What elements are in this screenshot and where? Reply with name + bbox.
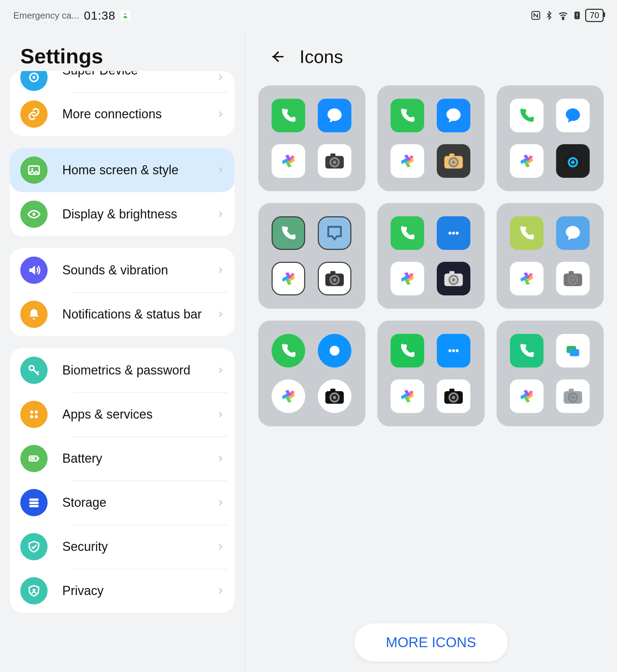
phone-app-icon xyxy=(272,99,305,132)
camera-app-icon xyxy=(556,144,590,178)
settings-row-biometrics[interactable]: Biometrics & password xyxy=(10,348,234,392)
chat-app-icon xyxy=(437,334,470,368)
phone-app-icon xyxy=(391,334,424,368)
settings-row-battery[interactable]: Battery xyxy=(10,436,234,481)
chevron-right-icon xyxy=(216,71,224,83)
svg-point-49 xyxy=(330,346,339,356)
icons-panel: Icons xyxy=(245,31,617,672)
settings-row-super-device[interactable]: Super Device xyxy=(10,71,234,92)
svg-point-14 xyxy=(35,415,38,418)
grid-icon xyxy=(20,401,48,428)
svg-point-54 xyxy=(449,349,451,352)
settings-row-more-connections[interactable]: More connections xyxy=(10,92,234,136)
gallery-app-icon xyxy=(272,144,305,178)
svg-rect-3 xyxy=(577,13,577,16)
settings-group: Sounds & vibration Notifications & statu… xyxy=(10,248,234,336)
emergency-call-label: Emergency ca... xyxy=(13,10,79,21)
svg-rect-46 xyxy=(569,271,574,274)
svg-point-53 xyxy=(333,396,337,399)
settings-row-label: Privacy xyxy=(62,583,104,598)
svg-point-56 xyxy=(456,349,459,352)
settings-row-sounds[interactable]: Sounds & vibration xyxy=(10,248,234,292)
settings-row-security[interactable]: Security xyxy=(10,525,234,569)
svg-point-37 xyxy=(333,278,337,282)
settings-row-label: Home screen & style xyxy=(62,162,178,177)
settings-group: Super Device More connections xyxy=(10,71,234,136)
icon-pack[interactable] xyxy=(258,321,365,426)
phone-app-icon xyxy=(391,216,424,250)
status-app-icon xyxy=(120,10,130,20)
settings-row-label: Biometrics & password xyxy=(62,363,190,378)
settings-row-notifications[interactable]: Notifications & status bar xyxy=(10,292,234,336)
icons-title: Icons xyxy=(300,46,343,67)
icon-pack[interactable] xyxy=(497,203,604,309)
svg-rect-17 xyxy=(30,457,35,460)
device-icon xyxy=(20,71,48,91)
more-icons-button[interactable]: MORE ICONS xyxy=(355,623,508,662)
chevron-right-icon xyxy=(216,208,224,220)
icon-pack[interactable] xyxy=(497,85,604,191)
gallery-app-icon xyxy=(391,379,424,413)
back-button[interactable] xyxy=(269,48,286,65)
phone-app-icon xyxy=(510,216,544,250)
svg-point-9 xyxy=(33,213,36,216)
chevron-right-icon xyxy=(216,364,224,376)
settings-panel: Settings Super Device More connections H… xyxy=(0,31,245,672)
status-bar: Emergency ca... 01:38 70 xyxy=(0,0,617,31)
chat-app-icon xyxy=(556,334,590,368)
chevron-right-icon xyxy=(216,585,224,597)
icon-pack[interactable] xyxy=(258,203,365,309)
key-icon xyxy=(20,357,48,384)
chevron-right-icon xyxy=(216,264,224,276)
settings-row-label: Super Device xyxy=(62,71,138,78)
icon-pack[interactable] xyxy=(497,321,604,426)
chat-app-icon xyxy=(437,99,470,132)
svg-point-11 xyxy=(30,411,33,414)
privacy-icon xyxy=(20,577,48,604)
chevron-right-icon xyxy=(216,408,224,420)
bell-icon xyxy=(20,301,48,328)
alert-icon xyxy=(573,10,582,21)
chevron-right-icon xyxy=(216,108,224,120)
svg-point-55 xyxy=(452,349,455,352)
camera-app-icon xyxy=(318,262,351,295)
settings-row-label: Sounds & vibration xyxy=(62,262,168,278)
svg-point-10 xyxy=(29,366,34,370)
phone-app-icon xyxy=(510,334,544,368)
settings-row-label: More connections xyxy=(62,106,162,121)
camera-app-icon xyxy=(556,262,590,295)
svg-point-40 xyxy=(456,232,459,234)
icon-pack[interactable] xyxy=(258,85,365,191)
phone-app-icon xyxy=(272,216,305,250)
chat-app-icon xyxy=(437,216,470,250)
icon-pack[interactable] xyxy=(377,321,484,426)
gallery-app-icon xyxy=(510,144,544,178)
svg-point-29 xyxy=(452,160,456,164)
svg-rect-4 xyxy=(577,17,577,18)
svg-point-33 xyxy=(571,160,575,164)
phone-app-icon xyxy=(510,99,544,132)
eye-icon xyxy=(20,201,48,228)
icon-pack[interactable] xyxy=(377,85,484,191)
svg-rect-42 xyxy=(449,271,454,274)
settings-row-storage[interactable]: Storage xyxy=(10,481,234,525)
bluetooth-icon xyxy=(545,10,554,21)
status-time: 01:38 xyxy=(84,9,115,22)
settings-row-apps[interactable]: Apps & services xyxy=(10,392,234,436)
settings-row-privacy[interactable]: Privacy xyxy=(10,569,234,613)
svg-point-21 xyxy=(33,589,35,592)
chat-app-icon xyxy=(556,99,590,132)
chat-app-icon xyxy=(318,99,351,132)
icon-pack[interactable] xyxy=(377,203,484,309)
svg-rect-23 xyxy=(330,153,335,157)
svg-point-25 xyxy=(333,160,337,164)
settings-row-home-style[interactable]: Home screen & style xyxy=(10,148,234,192)
svg-rect-18 xyxy=(29,498,39,501)
chat-app-icon xyxy=(318,334,351,368)
battery-icon xyxy=(20,445,48,472)
battery-level: 70 xyxy=(585,9,604,22)
gallery-app-icon xyxy=(510,379,544,413)
settings-row-display[interactable]: Display & brightness xyxy=(10,192,234,236)
settings-row-label: Display & brightness xyxy=(62,206,177,222)
gallery-app-icon xyxy=(391,262,424,295)
